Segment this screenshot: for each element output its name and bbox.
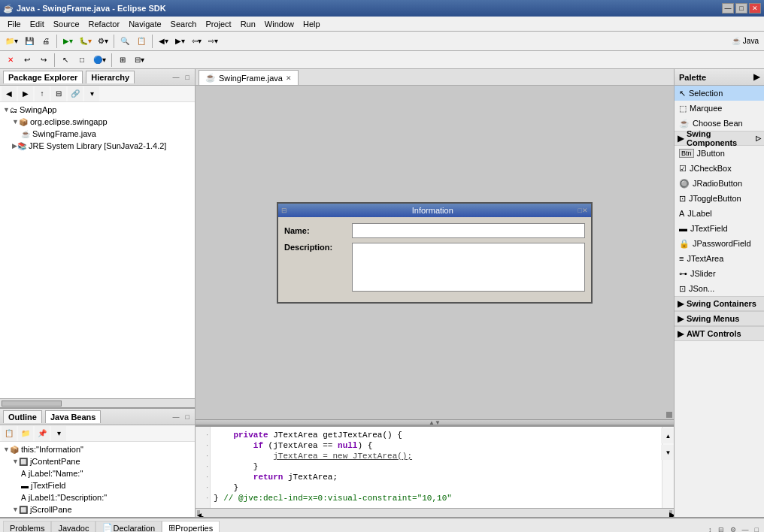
palette-jtextarea[interactable]: ≡ JTextArea xyxy=(675,251,764,266)
prev-button[interactable]: ◀▾ xyxy=(156,34,171,49)
back-nav-button[interactable]: ◀ xyxy=(2,86,17,101)
link-button[interactable]: 🔗 xyxy=(68,86,83,101)
up-nav-button[interactable]: ↑ xyxy=(35,86,50,101)
scroll-left-button[interactable]: ◀ xyxy=(197,510,200,516)
props-maximize-button[interactable]: □ xyxy=(753,525,761,532)
palette-jtogglebutton[interactable]: ⊡ JToggleButton xyxy=(675,191,764,206)
close-button[interactable]: ✕ xyxy=(749,3,761,14)
props-filter-button[interactable]: ⊟ xyxy=(716,525,726,532)
name-input[interactable] xyxy=(352,223,585,238)
layout-button[interactable]: ⊞ xyxy=(115,53,130,68)
tree-jre-library[interactable]: ▶ 📚 JRE System Library [SunJava2-1.4.2] xyxy=(2,140,193,152)
desc-textarea[interactable] xyxy=(352,243,585,292)
perspective-button[interactable]: ☕ Java xyxy=(729,34,761,49)
tree-jlabel-desc[interactable]: A jLabel1:"Description:" xyxy=(2,491,193,503)
palette-jcheckbox[interactable]: ☑ JCheckBox xyxy=(675,161,764,176)
tab-java-beans[interactable]: Java Beans xyxy=(45,410,102,423)
print-button[interactable]: 🖨 xyxy=(38,34,53,49)
redo-button[interactable]: ↪ xyxy=(36,53,51,68)
tree-this-information[interactable]: ▼ 📦 this:"Information" xyxy=(2,443,193,455)
next-button[interactable]: ▶▾ xyxy=(172,34,187,49)
palette-choose-bean[interactable]: ☕ Choose Bean xyxy=(675,116,764,131)
beans-btn2[interactable]: 📁 xyxy=(18,426,33,441)
package-explorer-scrollbar-h[interactable] xyxy=(0,398,195,407)
props-more-button[interactable]: ⚙ xyxy=(728,525,738,532)
outline-minimize-button[interactable]: — xyxy=(171,413,182,422)
scroll-right-button[interactable]: ▶ xyxy=(669,510,672,516)
palette-selection[interactable]: ↖ Selection xyxy=(675,86,764,101)
tree-org-eclipse[interactable]: ▼ 📦 org.eclipse.swingapp xyxy=(2,116,193,128)
palette-json[interactable]: ⊡ JSon... xyxy=(675,281,764,296)
tab-properties[interactable]: ⊞ Properties xyxy=(162,521,220,532)
back-button[interactable]: ⇦▾ xyxy=(189,34,204,49)
palette-section-swing-components[interactable]: ▶ Swing Components ▷ xyxy=(675,131,764,146)
last-edit-button[interactable]: 📋 xyxy=(134,34,149,49)
menu-refactor[interactable]: Refactor xyxy=(84,18,125,30)
undo-button[interactable]: ↩ xyxy=(20,53,35,68)
palette-jbutton[interactable]: Btn JButton xyxy=(675,146,764,161)
palette-arrow-icon[interactable]: ▶ xyxy=(753,72,759,82)
forward-button[interactable]: ⇨▾ xyxy=(205,34,220,49)
palette-jpasswordfield[interactable]: 🔒 JPasswordField xyxy=(675,236,764,251)
menu-file[interactable]: File xyxy=(3,18,26,30)
tree-jscrollpane[interactable]: ▼ 🔲 jScrollPane xyxy=(2,503,193,515)
menu-project[interactable]: Project xyxy=(201,18,235,30)
tab-problems[interactable]: Problems xyxy=(3,521,51,532)
more-button[interactable]: 🔵▾ xyxy=(91,53,108,68)
tab-hierarchy[interactable]: Hierarchy xyxy=(86,71,135,83)
swing-components-options-icon[interactable]: ▷ xyxy=(756,135,761,142)
palette-jradiobutton[interactable]: 🔘 JRadioButton xyxy=(675,176,764,191)
tree-swingframe-java[interactable]: ☕ SwingFrame.java xyxy=(2,128,193,140)
minimize-button[interactable]: — xyxy=(722,3,734,14)
new-button[interactable]: 📁▾ xyxy=(3,34,20,49)
outline-maximize-button[interactable]: □ xyxy=(183,413,192,422)
menu-help[interactable]: Help xyxy=(299,18,325,30)
beans-btn4[interactable]: ▾ xyxy=(51,426,66,441)
external-tools-button[interactable]: ⚙▾ xyxy=(96,34,111,49)
search-button[interactable]: 🔍 xyxy=(117,34,132,49)
tree-jcontentpane[interactable]: ▼ 🔲 jContentPane xyxy=(2,455,193,467)
scroll-up-button[interactable]: ▲ xyxy=(661,428,675,443)
menu-down-button[interactable]: ▾ xyxy=(84,86,99,101)
tab-outline[interactable]: Outline xyxy=(3,410,42,423)
run-button[interactable]: ▶▾ xyxy=(60,34,75,49)
tab-javadoc[interactable]: Javadoc xyxy=(51,521,96,532)
save-button[interactable]: 💾 xyxy=(22,34,37,49)
tab-package-explorer[interactable]: Package Explorer xyxy=(3,71,83,83)
collapse-button[interactable]: ⊟ xyxy=(51,86,66,101)
palette-section-awt[interactable]: ▶ AWT Controls xyxy=(675,326,764,341)
resize-handle[interactable] xyxy=(666,412,672,418)
minimize-panel-button[interactable]: — xyxy=(171,73,182,82)
code-scrollbar-h[interactable]: ◀ ▶ xyxy=(196,508,674,517)
cursor-button[interactable]: ↖ xyxy=(58,53,73,68)
menu-run[interactable]: Run xyxy=(236,18,260,30)
maximize-button[interactable]: □ xyxy=(735,3,747,14)
palette-jtextfield[interactable]: ▬ JTextField xyxy=(675,221,764,236)
beans-btn3[interactable]: 📌 xyxy=(35,426,50,441)
tab-swingframe-java[interactable]: ☕ SwingFrame.java ✕ xyxy=(199,70,299,85)
close-tab-button[interactable]: ✕ xyxy=(286,74,292,82)
tab-declaration[interactable]: 📄 Declaration xyxy=(96,521,162,532)
menu-source[interactable]: Source xyxy=(49,18,84,30)
palette-marquee[interactable]: ⬚ Marquee xyxy=(675,101,764,116)
palette-section-swing-containers[interactable]: ▶ Swing Containers xyxy=(675,296,764,311)
toggle-button[interactable]: ⊟▾ xyxy=(132,53,147,68)
split-bar[interactable]: ▲▼ xyxy=(196,419,674,425)
menu-edit[interactable]: Edit xyxy=(26,18,49,30)
maximize-panel-button[interactable]: □ xyxy=(183,73,192,82)
forward-nav-button[interactable]: ▶ xyxy=(18,86,33,101)
tree-jtextfield[interactable]: ▬ jTextField xyxy=(2,479,193,491)
beans-btn1[interactable]: 📋 xyxy=(2,426,17,441)
palette-jslider[interactable]: ⊶ JSlider xyxy=(675,266,764,281)
tree-swingapp[interactable]: ▼ 🗂 SwingApp xyxy=(2,104,193,116)
palette-jlabel[interactable]: A JLabel xyxy=(675,206,764,221)
code-text[interactable]: private JTextArea getJTextArea() { if (j… xyxy=(211,427,662,508)
menu-navigate[interactable]: Navigate xyxy=(124,18,165,30)
menu-search[interactable]: Search xyxy=(166,18,202,30)
props-sort-button[interactable]: ↕ xyxy=(706,525,714,532)
tree-jtextarea[interactable]: ▬ jTextArea xyxy=(2,515,193,517)
menu-window[interactable]: Window xyxy=(260,18,299,30)
remove-button[interactable]: ✕ xyxy=(3,53,18,68)
marquee-button[interactable]: □ xyxy=(74,53,89,68)
tree-jlabel-name[interactable]: A jLabel:"Name:" xyxy=(2,467,193,479)
